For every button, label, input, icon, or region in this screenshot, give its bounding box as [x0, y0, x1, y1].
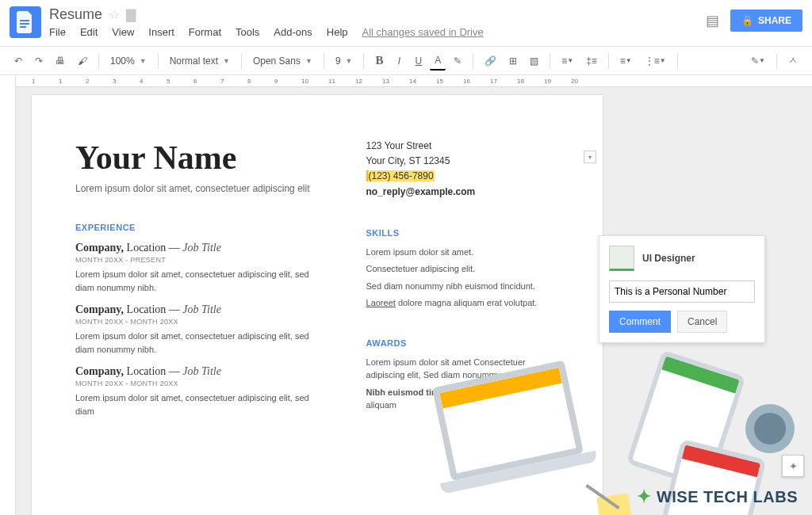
contact-city: Your City, ST 12345: [366, 154, 559, 169]
docs-logo[interactable]: [10, 6, 41, 38]
menu-tools[interactable]: Tools: [236, 26, 259, 38]
contact-phone-highlighted: (123) 456-7890: [366, 170, 435, 181]
numbered-list-button[interactable]: ≡ ▼: [615, 52, 637, 70]
svg-rect-0: [20, 20, 29, 21]
menu-view[interactable]: View: [112, 26, 134, 38]
insert-image-button[interactable]: ▧: [525, 52, 543, 70]
italic-button[interactable]: I: [392, 52, 408, 70]
job-period: MONTH 20XX - MONTH 20XX: [75, 318, 327, 326]
skill-line: Sed diam nonummy nibh euismod tincidunt.: [366, 280, 559, 293]
explore-button[interactable]: ✦: [782, 455, 804, 477]
menu-help[interactable]: Help: [327, 26, 348, 38]
svg-rect-2: [20, 26, 26, 28]
contact-street: 123 Your Street: [366, 139, 559, 154]
contact-block: 123 Your Street Your City, ST 12345 (123…: [366, 139, 559, 200]
skill-line: Consectetuer adipiscing elit.: [366, 262, 559, 276]
document-title[interactable]: Resume: [49, 6, 102, 23]
font-size-dropdown[interactable]: 9▼: [331, 53, 358, 69]
toolbar: ↶ ↷ 🖶 🖌 100%▼ Normal text▼ Open Sans▼ 9▼…: [0, 46, 812, 75]
job-period: MONTH 20XX - MONTH 20XX: [75, 380, 327, 387]
share-button[interactable]: 🔒 SHARE: [730, 10, 802, 32]
avatar: [609, 246, 634, 271]
job-entry: Company, Location — Job Title: [75, 242, 327, 254]
star-icon[interactable]: ☆: [109, 7, 120, 22]
menu-edit[interactable]: Edit: [80, 26, 98, 38]
folder-icon[interactable]: ▇: [126, 7, 136, 22]
menu-bar: File Edit View Insert Format Tools Add-o…: [49, 26, 706, 38]
bold-button[interactable]: B: [370, 51, 388, 71]
menu-addons[interactable]: Add-ons: [274, 26, 312, 38]
section-experience: EXPERIENCE: [75, 223, 327, 232]
decorative-cup: [745, 404, 795, 453]
comment-marker-icon[interactable]: ▾: [584, 151, 596, 163]
editing-mode-button[interactable]: ✎ ▼: [746, 52, 770, 70]
job-entry: Company, Location — Job Title: [75, 303, 327, 316]
menu-insert[interactable]: Insert: [148, 26, 174, 38]
font-dropdown[interactable]: Open Sans▼: [248, 53, 317, 69]
underline-button[interactable]: U: [411, 52, 427, 70]
contact-email: no_reply@example.com: [366, 185, 559, 200]
style-dropdown[interactable]: Normal text▼: [165, 53, 235, 69]
line-spacing-button[interactable]: ‡≡: [581, 52, 602, 70]
zoom-dropdown[interactable]: 100%▼: [105, 53, 151, 69]
comment-popup: UI Designer Comment Cancel: [599, 235, 765, 343]
horizontal-ruler: 11234567891011121314151617181920: [0, 75, 812, 87]
menu-format[interactable]: Format: [189, 26, 221, 38]
job-desc: Lorem ipsum dolor sit amet, consectetuer…: [75, 391, 327, 418]
comment-author: UI Designer: [642, 253, 695, 264]
insert-link-button[interactable]: 🔗: [480, 52, 501, 70]
skill-line: Laoreet dolore magna aliquam erat volutp…: [366, 296, 559, 310]
section-skills: SKILLS: [366, 228, 559, 238]
lock-icon: 🔒: [741, 15, 753, 26]
resume-name: Your Name: [75, 139, 327, 177]
job-entry: Company, Location — Job Title: [75, 365, 327, 378]
comment-input[interactable]: [609, 280, 755, 303]
vertical-ruler: [0, 75, 16, 515]
print-button[interactable]: 🖶: [51, 52, 70, 70]
award-line: Nibh euismod tincidunt ut laoreet dolore…: [366, 386, 559, 412]
job-desc: Lorem ipsum dolor sit amet, consectetuer…: [75, 330, 327, 356]
insert-comment-button[interactable]: ⊞: [504, 52, 522, 70]
undo-button[interactable]: ↶: [10, 52, 27, 70]
comment-cancel-button[interactable]: Cancel: [677, 311, 727, 333]
svg-rect-1: [20, 23, 29, 25]
decorative-tablet: [626, 350, 746, 490]
award-line: Lorem ipsum dolor sit amet Consectetuer …: [366, 356, 559, 382]
document-page[interactable]: ▾ Your Name Lorem ipsum dolor sit amet, …: [32, 95, 603, 515]
highlight-button[interactable]: ✎: [449, 52, 466, 70]
redo-button[interactable]: ↷: [30, 52, 48, 70]
job-desc: Lorem ipsum dolor sit amet, consectetuer…: [75, 268, 327, 294]
paint-format-button[interactable]: 🖌: [73, 52, 92, 70]
resume-tagline: Lorem ipsum dolor sit amet, consectetuer…: [75, 183, 327, 194]
section-awards: AWARDS: [366, 338, 559, 348]
share-label: SHARE: [758, 15, 791, 26]
align-button[interactable]: ≡ ▼: [557, 52, 578, 70]
save-status[interactable]: All changes saved in Drive: [362, 26, 484, 38]
hide-menus-button[interactable]: ㅅ: [783, 51, 802, 71]
bulleted-list-button[interactable]: ⋮≡ ▼: [640, 52, 671, 70]
comment-submit-button[interactable]: Comment: [609, 311, 671, 333]
text-color-button[interactable]: A: [430, 52, 446, 71]
skill-line: Lorem ipsum dolor sit amet.: [366, 246, 559, 259]
watermark-brand: ✦WISE TECH LABS: [637, 486, 798, 507]
menu-file[interactable]: File: [49, 26, 66, 38]
comments-icon[interactable]: ▤: [706, 12, 719, 29]
job-period: MONTH 20XX - PRESENT: [75, 256, 327, 264]
